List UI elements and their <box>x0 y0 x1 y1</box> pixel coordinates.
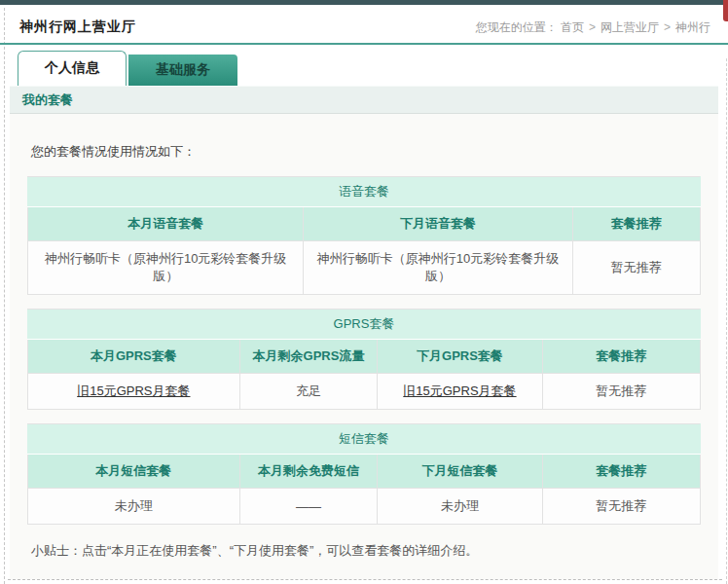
table-cell: 暂无推荐 <box>542 489 700 525</box>
table-cell: 旧15元GPRS月套餐 <box>378 374 542 410</box>
column-header: 本月GPRS套餐 <box>28 340 240 374</box>
tab-basic-services[interactable]: 基础服务 <box>128 55 237 86</box>
intro-text: 您的套餐情况使用情况如下： <box>10 114 718 176</box>
page-title: 神州行网上营业厅 <box>19 18 136 36</box>
package-table: 语音套餐本月语音套餐下月语音套餐套餐推荐神州行畅听卡（原神州行10元彩铃套餐升级… <box>27 176 701 295</box>
page-container: 神州行网上营业厅 您现在的位置： 首页>网上营业厅>神州行 个人信息 基础服务 … <box>0 5 728 584</box>
column-header: 本月语音套餐 <box>28 207 304 241</box>
tip-text: 小贴士：点击“本月正在使用套餐”、“下月使用套餐”，可以查看套餐的详细介绍。 <box>10 538 718 573</box>
action-buttons: 返 回 网上客服 <box>10 580 718 584</box>
package-link[interactable]: 旧15元GPRS月套餐 <box>403 383 516 398</box>
column-header: 套餐推荐 <box>542 340 700 374</box>
package-content-panel: 您的套餐情况使用情况如下： 语音套餐本月语音套餐下月语音套餐套餐推荐神州行畅听卡… <box>10 114 718 579</box>
package-table: GPRS套餐本月GPRS套餐本月剩余GPRS流量下月GPRS套餐套餐推荐旧15元… <box>27 309 701 410</box>
tab-personal-info[interactable]: 个人信息 <box>18 51 127 86</box>
table-cell: 未办理 <box>378 489 542 525</box>
table-cell: 神州行畅听卡（原神州行10元彩铃套餐升级版） <box>28 241 304 295</box>
breadcrumb-separator: > <box>664 20 671 34</box>
table-title: 语音套餐 <box>28 177 701 207</box>
column-header: 下月短信套餐 <box>378 455 542 489</box>
tab-bar: 个人信息 基础服务 <box>10 45 718 86</box>
page-header: 神州行网上营业厅 您现在的位置： 首页>网上营业厅>神州行 <box>0 5 728 45</box>
table-cell: 充足 <box>239 374 378 410</box>
table-cell: 暂无推荐 <box>572 241 700 295</box>
table-title: GPRS套餐 <box>28 310 701 340</box>
table-cell: 旧15元GPRS月套餐 <box>28 374 240 410</box>
table-title: 短信套餐 <box>28 424 701 455</box>
table-cell: 未办理 <box>28 489 240 525</box>
breadcrumb-hall-link[interactable]: 网上营业厅 <box>601 20 659 34</box>
breadcrumb-separator: > <box>589 20 596 34</box>
section-header-my-package: 我的套餐 <box>10 86 718 114</box>
table-row: 神州行畅听卡（原神州行10元彩铃套餐升级版）神州行畅听卡（原神州行10元彩铃套餐… <box>28 241 701 295</box>
table-cell: 暂无推荐 <box>542 374 700 410</box>
column-header: 本月剩余GPRS流量 <box>239 340 378 374</box>
package-tables: 语音套餐本月语音套餐下月语音套餐套餐推荐神州行畅听卡（原神州行10元彩铃套餐升级… <box>10 176 718 525</box>
table-cell: —— <box>239 489 378 525</box>
column-header: 本月短信套餐 <box>28 455 240 489</box>
table-cell: 神州行畅听卡（原神州行10元彩铃套餐升级版） <box>304 241 572 295</box>
package-table: 短信套餐本月短信套餐本月剩余免费短信下月短信套餐套餐推荐未办理——未办理暂无推荐 <box>27 423 701 525</box>
column-header: 下月GPRS套餐 <box>378 340 542 374</box>
column-header: 下月语音套餐 <box>304 207 572 241</box>
column-header: 套餐推荐 <box>572 207 700 241</box>
breadcrumb-home-link[interactable]: 首页 <box>561 20 584 34</box>
breadcrumb-label: 您现在的位置： <box>476 20 558 34</box>
column-header: 本月剩余免费短信 <box>239 455 378 489</box>
breadcrumb: 您现在的位置： 首页>网上营业厅>神州行 <box>476 19 710 36</box>
table-row: 旧15元GPRS月套餐充足旧15元GPRS月套餐暂无推荐 <box>28 374 701 410</box>
package-link[interactable]: 旧15元GPRS月套餐 <box>77 383 190 398</box>
column-header: 套餐推荐 <box>542 455 700 489</box>
table-row: 未办理——未办理暂无推荐 <box>28 489 701 525</box>
breadcrumb-current: 神州行 <box>675 20 710 34</box>
